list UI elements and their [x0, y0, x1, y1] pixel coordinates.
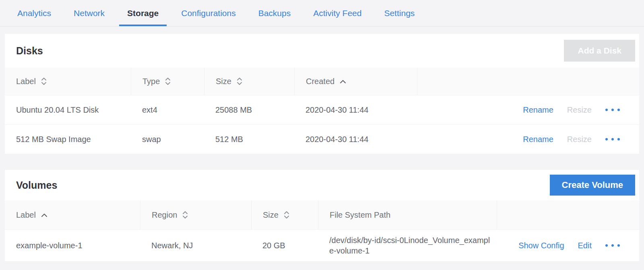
volumes-col-size[interactable]: Size [251, 200, 318, 229]
disks-col-label[interactable]: Label [5, 68, 131, 95]
disks-col-created[interactable]: Created [294, 68, 417, 95]
add-disk-button[interactable]: Add a Disk [564, 40, 635, 62]
volume-row-actions: Show Config Edit [497, 230, 639, 261]
disks-table-header: Label Type Size Created [5, 68, 639, 95]
volumes-panel: Volumes Create Volume Label Region Size … [5, 170, 639, 261]
resize-button[interactable]: Resize [567, 105, 592, 115]
disks-col-label-text: Label [16, 77, 36, 86]
volume-path-text: /dev/disk/by-id/scsi-0Linode_Volume_exam… [329, 235, 491, 256]
disk-label-cell: Ubuntu 20.04 LTS Disk [5, 95, 131, 124]
volumes-col-size-text: Size [263, 210, 279, 220]
table-row: Ubuntu 20.04 LTS Disk ext4 25088 MB 2020… [5, 95, 639, 124]
sort-chevrons-icon [41, 77, 47, 86]
show-config-button[interactable]: Show Config [518, 241, 564, 250]
disk-size-cell: 512 MB [204, 125, 294, 154]
volumes-col-region[interactable]: Region [140, 200, 251, 229]
edit-button[interactable]: Edit [578, 241, 592, 250]
chevron-up-icon [41, 213, 48, 217]
tab-settings[interactable]: Settings [384, 0, 415, 26]
tab-backups[interactable]: Backups [258, 0, 291, 26]
table-row: example-volume-1 Newark, NJ 20 GB /dev/d… [5, 229, 639, 261]
volumes-col-label-text: Label [16, 210, 36, 220]
tab-bar: Analytics Network Storage Configurations… [0, 0, 644, 27]
disk-created-cell: 2020-04-30 11:44 [294, 95, 417, 124]
ellipsis-icon[interactable] [605, 242, 620, 249]
volumes-header-row: Volumes Create Volume [5, 170, 639, 200]
disks-panel: Disks Add a Disk Label Type Size Created [5, 34, 639, 154]
volumes-title: Volumes [16, 179, 57, 191]
sort-chevrons-icon [236, 77, 243, 86]
ellipsis-icon[interactable] [605, 136, 620, 143]
volumes-col-label[interactable]: Label [5, 200, 140, 229]
volumes-col-path-text: File System Path [330, 210, 390, 220]
rename-button[interactable]: Rename [523, 135, 553, 144]
disk-type-cell: swap [131, 125, 204, 154]
disks-col-type[interactable]: Type [131, 68, 204, 95]
disk-row-actions: Rename Resize [417, 95, 639, 124]
disk-created-cell: 2020-04-30 11:44 [294, 125, 417, 154]
table-row: 512 MB Swap Image swap 512 MB 2020-04-30… [5, 124, 639, 154]
disks-col-created-text: Created [306, 77, 334, 86]
disks-header-row: Disks Add a Disk [5, 34, 639, 68]
disks-col-size-text: Size [216, 77, 231, 86]
volume-region-cell: Newark, NJ [140, 230, 251, 261]
sort-chevrons-icon [283, 210, 290, 219]
volumes-table-header: Label Region Size File System Path [5, 200, 639, 229]
disk-label-cell: 512 MB Swap Image [5, 125, 131, 154]
disks-col-type-text: Type [142, 77, 160, 86]
disks-col-size[interactable]: Size [204, 68, 294, 95]
disk-row-actions: Rename Resize [417, 125, 639, 154]
volume-size-cell: 20 GB [251, 230, 318, 261]
disks-col-actions-spacer [417, 68, 639, 95]
sort-chevrons-icon [165, 77, 171, 86]
tab-activity-feed[interactable]: Activity Feed [313, 0, 361, 26]
sort-chevrons-icon [182, 210, 188, 219]
resize-button[interactable]: Resize [567, 135, 592, 144]
volumes-col-actions-spacer [497, 200, 639, 229]
tab-network[interactable]: Network [74, 0, 105, 26]
tab-storage[interactable]: Storage [127, 0, 159, 26]
tab-analytics[interactable]: Analytics [17, 0, 51, 26]
create-volume-button[interactable]: Create Volume [550, 175, 635, 196]
rename-button[interactable]: Rename [523, 105, 553, 115]
volumes-col-region-text: Region [152, 210, 177, 220]
volume-path-cell: /dev/disk/by-id/scsi-0Linode_Volume_exam… [318, 230, 497, 261]
chevron-up-icon [339, 79, 347, 84]
ellipsis-icon[interactable] [605, 106, 620, 113]
volume-label-cell: example-volume-1 [5, 230, 140, 261]
disk-type-cell: ext4 [131, 95, 204, 124]
volumes-col-path: File System Path [318, 200, 497, 229]
disk-size-cell: 25088 MB [204, 95, 294, 124]
tab-configurations[interactable]: Configurations [181, 0, 235, 26]
disks-title: Disks [16, 45, 43, 57]
